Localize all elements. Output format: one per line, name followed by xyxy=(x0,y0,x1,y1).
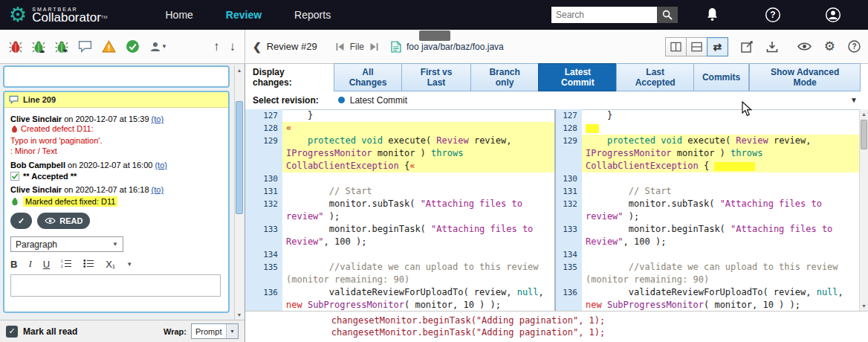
italic-button[interactable]: I xyxy=(28,258,31,270)
display-changes-label: Display changes: xyxy=(253,67,326,88)
subscript-button[interactable]: X₁ xyxy=(106,259,115,270)
timestamp-link[interactable]: (to) xyxy=(155,161,167,170)
search-button[interactable] xyxy=(657,7,678,23)
nav-home[interactable]: Home xyxy=(166,9,193,21)
scroll-down-arrow[interactable]: ▼ xyxy=(235,310,244,320)
diff-scrollbar[interactable]: ▲ ▼ xyxy=(859,109,868,311)
download-file-button[interactable] xyxy=(766,41,778,53)
display-mode-commits[interactable]: Commits xyxy=(693,63,749,91)
collaborator-app: ⚙ SMARTBEAR CollaboratorTM HomeReviewRep… xyxy=(0,0,868,342)
underline-button[interactable]: U xyxy=(43,259,50,270)
chat-bubble-icon xyxy=(9,95,19,104)
caret-down-icon: ▼ xyxy=(226,324,238,338)
checkbox-checked-icon xyxy=(10,172,19,181)
bold-button[interactable]: B xyxy=(10,259,17,270)
display-mode-all-changes[interactable]: All Changes xyxy=(334,63,402,91)
select-revision-bar[interactable]: Select revision: Latest Commit ▼ xyxy=(245,91,868,110)
code-segment xyxy=(286,135,308,146)
display-mode-branch-only[interactable]: Branch only xyxy=(470,63,539,91)
timestamp-link[interactable]: (to) xyxy=(152,114,164,123)
diff-help-button[interactable]: ? xyxy=(848,40,861,53)
display-mode-first-vs-last[interactable]: First vs Last xyxy=(401,63,471,91)
scroll-down-arrow[interactable]: ▼ xyxy=(860,301,868,311)
diff-pane-before[interactable]: 127 }128«129 protected void execute( Rev… xyxy=(245,109,554,311)
defect-toolbar: ▼ ↑ ↓ xyxy=(0,30,245,63)
code-segment: null xyxy=(517,287,539,297)
prev-defect-button[interactable] xyxy=(32,40,45,54)
account-button[interactable] xyxy=(825,7,841,26)
person-icon xyxy=(149,41,161,53)
code-line: validateReviewForUploadTo( review, null,… xyxy=(282,286,554,311)
code-segment xyxy=(286,262,329,272)
search-input[interactable] xyxy=(551,7,657,23)
read-button[interactable]: READ xyxy=(37,213,90,229)
prev-file-button[interactable] xyxy=(335,42,345,51)
comment-input[interactable] xyxy=(10,274,221,297)
line-number: 130 xyxy=(556,172,582,185)
settings-button[interactable]: ⚙ xyxy=(824,40,835,53)
diff-row-135: 135 //validate we can upload to this rev… xyxy=(245,261,554,286)
code-line: //validate we can upload to this review … xyxy=(282,261,554,286)
code-segment xyxy=(602,300,607,310)
help-icon: ? xyxy=(765,7,781,23)
question-circle-icon: ? xyxy=(848,40,861,53)
code-segment xyxy=(286,186,329,196)
show-advanced-mode-button[interactable]: Show Advanced Mode xyxy=(749,63,861,91)
side-by-side-view-button[interactable] xyxy=(665,37,687,57)
nav-reports[interactable]: Reports xyxy=(294,9,331,21)
code-segment: new xyxy=(586,300,602,310)
unified-view-button[interactable] xyxy=(686,37,707,57)
scroll-thumb[interactable] xyxy=(861,120,867,149)
acknowledge-button[interactable]: ✓ xyxy=(10,213,32,229)
display-mode-last-accepted[interactable]: Last Accepted xyxy=(616,63,693,91)
diff-pane-after[interactable]: 127 }128129 protected void execute( Revi… xyxy=(556,109,859,311)
open-in-window-button[interactable] xyxy=(741,41,754,53)
numbered-list-button[interactable]: 12 xyxy=(61,259,72,270)
file-path-breadcrumb[interactable]: foo java/bar/baz/foo.java xyxy=(407,42,504,52)
timestamp-link[interactable]: (to) xyxy=(152,185,164,194)
overall-comment-panel[interactable] xyxy=(3,65,230,88)
mark-all-read-checkbox[interactable]: ✓ xyxy=(6,326,18,338)
warnings-button[interactable] xyxy=(102,40,116,53)
comment-meta: Clive Sinclair on 2020-12-07 at 15:39 (t… xyxy=(10,114,222,123)
display-mode-latest-commit[interactable]: Latest Commit xyxy=(538,63,617,91)
wrap-select[interactable]: Prompt ▼ xyxy=(191,323,239,339)
watch-file-button[interactable] xyxy=(797,42,812,51)
code-segment: « xyxy=(286,123,291,133)
scroll-thumb[interactable] xyxy=(236,101,243,214)
diff-row-131: 131 // Start xyxy=(556,185,859,198)
code-segment: validateReviewForUploadTo( review, xyxy=(286,287,517,297)
create-defect-button[interactable] xyxy=(9,40,22,54)
next-change-button[interactable]: ↓ xyxy=(230,39,236,54)
more-formats-button[interactable]: ▼ xyxy=(126,261,132,268)
prev-change-button[interactable]: ↑ xyxy=(213,39,220,54)
code-segment: void xyxy=(361,135,383,146)
scroll-up-arrow[interactable]: ▲ xyxy=(235,65,244,75)
notifications-button[interactable] xyxy=(706,7,719,25)
smartbear-logo[interactable]: ⚙ SMARTBEAR CollaboratorTM xyxy=(9,0,108,30)
approve-button[interactable] xyxy=(126,39,140,54)
code-line xyxy=(582,172,859,185)
mark-all-read-label[interactable]: Mark all read xyxy=(23,326,77,337)
code-segment: { xyxy=(699,161,715,171)
help-menu-button[interactable]: ? xyxy=(765,7,781,26)
code-line: } xyxy=(282,109,554,122)
comment-thread-panel: Line 209 Clive Sinclair on 2020-12-07 at… xyxy=(3,91,230,313)
back-to-review-button[interactable]: ❮ xyxy=(253,41,262,53)
participants-button[interactable]: ▼ xyxy=(149,41,167,53)
thread-header[interactable]: Line 209 xyxy=(4,92,228,108)
comment-meta: Clive Sinclair on 2020-12-07 at 16:18 (t… xyxy=(10,185,222,194)
review-title[interactable]: Review #29 xyxy=(267,41,317,52)
next-defect-button[interactable] xyxy=(55,40,68,54)
nav-review[interactable]: Review xyxy=(226,9,262,21)
line-number: 135 xyxy=(245,261,282,286)
sidebar-scrollbar[interactable]: ▲ ▼ xyxy=(234,65,244,320)
next-file-button[interactable] xyxy=(369,42,379,51)
comments-button[interactable] xyxy=(78,40,92,53)
bullet-list-button[interactable] xyxy=(83,259,94,270)
file-icon xyxy=(391,41,401,53)
paragraph-style-select[interactable]: Paragraph ▼ xyxy=(10,236,123,252)
scroll-up-arrow[interactable]: ▲ xyxy=(860,109,868,119)
compare-mode-button[interactable]: ⇄ xyxy=(707,37,728,57)
code-segment: new xyxy=(286,300,302,310)
